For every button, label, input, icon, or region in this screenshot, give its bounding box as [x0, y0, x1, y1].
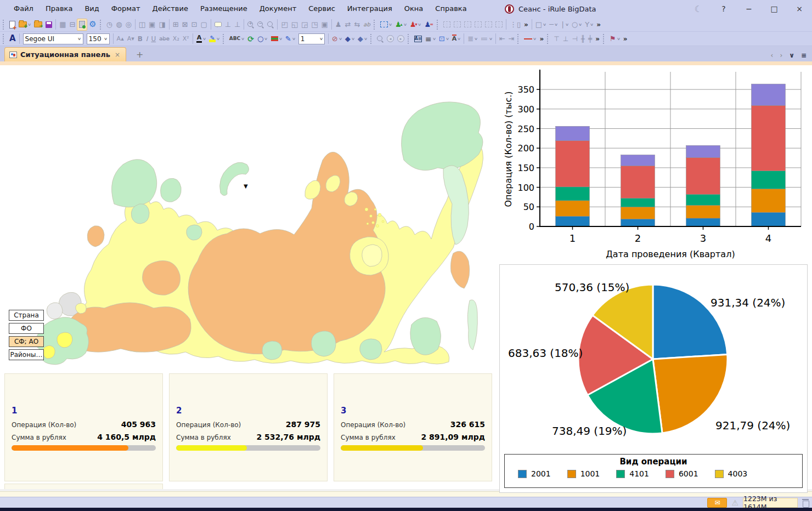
map-region[interactable] [262, 341, 282, 360]
comment-bubble-button[interactable] [213, 19, 223, 31]
indent-button[interactable]: ⇥ [507, 33, 516, 45]
hierarchy-button[interactable]: ⋮▯ [508, 19, 522, 31]
superscript-button[interactable]: X² [181, 33, 191, 45]
map-region[interactable] [43, 345, 55, 359]
menu-справка[interactable]: Справка [429, 0, 472, 18]
map-island-dot[interactable] [370, 215, 373, 218]
bar-segment-1001-q2[interactable] [621, 207, 655, 219]
zoom-text-button[interactable] [375, 33, 385, 45]
map-level-button-сф-ао[interactable]: СФ; АО [9, 336, 44, 347]
toolbar-grip[interactable] [223, 34, 225, 44]
bar-segment-6001-q2[interactable] [621, 166, 655, 198]
tab-scroll-right-icon[interactable]: › [780, 52, 782, 59]
russia-choropleth-map[interactable] [4, 65, 493, 367]
legend-item-1001[interactable]: 1001 [567, 469, 600, 478]
tab-close-icon[interactable]: × [114, 51, 121, 59]
font-size-combo[interactable]: 150∨ [87, 33, 110, 44]
map-island-dot[interactable] [382, 220, 384, 223]
fit-selection-button[interactable]: ◳ [309, 19, 319, 31]
save-button[interactable] [44, 19, 54, 31]
bar-segment-4101-q4[interactable] [752, 171, 786, 189]
map-island-dot[interactable] [366, 223, 369, 225]
maximize-button[interactable]: □ [762, 0, 787, 18]
selection-rect-button[interactable]: ∨ [379, 19, 393, 31]
map-region[interactable] [187, 225, 202, 240]
bold-button[interactable]: B [136, 33, 144, 45]
fill-background-button[interactable]: ◆∨ [356, 33, 369, 45]
map-region[interactable] [161, 178, 182, 202]
overflow-button[interactable]: » [538, 33, 546, 45]
kpi-card-2[interactable]: 2Операция (Кол-во)287 975Сумма в рублях2… [169, 373, 328, 481]
group-1-button[interactable]: ∴ [442, 19, 452, 31]
trash-icon[interactable] [802, 499, 809, 507]
map-region[interactable] [131, 204, 149, 224]
bar-segment-4003-q3[interactable] [686, 145, 720, 157]
frame-select-button[interactable]: ▢ [199, 19, 208, 31]
grid-add-button[interactable]: ⊞ [171, 19, 181, 31]
legend-item-2001[interactable]: 2001 [518, 469, 551, 478]
bar-segment-2001-q4[interactable] [752, 212, 786, 226]
warning-icon[interactable]: ⚠ [731, 498, 738, 507]
distribute-h-button[interactable]: ╫ [579, 33, 587, 45]
grid-cell-button[interactable]: ⊡ [190, 19, 199, 31]
text-block-button[interactable]: A≡ [413, 33, 424, 45]
map-region[interactable] [360, 339, 382, 360]
menu-документ[interactable]: Документ [253, 0, 303, 18]
font-decrease-button[interactable]: A▾ [126, 33, 136, 45]
menu-интеграция[interactable]: Интеграция [341, 0, 398, 18]
map-region[interactable] [87, 226, 104, 247]
toolbar-grip[interactable] [3, 34, 5, 44]
settings-gear-button[interactable]: ⚙ [87, 19, 98, 31]
insert-flag-button[interactable]: ⚑∨ [608, 33, 622, 45]
group-2-button[interactable]: ∴ [452, 19, 463, 31]
bullet-list-button[interactable]: ≣∨ [466, 33, 479, 45]
clear-format-button[interactable]: ⊘∨ [330, 33, 343, 45]
align-bottom-button[interactable]: ⊣ [570, 33, 579, 45]
tab-menu-icon[interactable]: ≡ [801, 52, 807, 59]
zoom-in-button[interactable]: + [246, 19, 256, 31]
select-dotted-button[interactable]: ⊡∨ [437, 33, 450, 45]
swap-alt-button[interactable]: ⇆ [352, 19, 362, 31]
pen-button[interactable]: ✎∨ [284, 33, 297, 45]
distribute-v-button[interactable]: ╪ [587, 33, 594, 45]
tab-scroll-left-icon[interactable]: ‹ [771, 52, 774, 59]
fit-screen-button[interactable]: ◰ [279, 19, 289, 31]
org-chart-button[interactable]: ⊥ [223, 19, 233, 31]
font-effects-button[interactable]: A∨ [450, 33, 463, 45]
shape-y-button[interactable]: Y∨ [583, 19, 595, 31]
overflow-button[interactable]: » [622, 33, 629, 45]
shape-ellipse-button[interactable]: ○∨ [256, 33, 269, 45]
bar-segment-4003-q1[interactable] [556, 126, 590, 140]
swap-horizontal-button[interactable]: ⇄ [343, 19, 353, 31]
bar-segment-4003-q4[interactable] [752, 84, 786, 105]
pen-width-combo[interactable]: 1∨ [298, 33, 325, 44]
map-island-dot[interactable] [372, 222, 375, 224]
map-island[interactable] [220, 162, 249, 195]
bar-segment-1001-q3[interactable] [686, 205, 720, 218]
bar-segment-2001-q1[interactable] [556, 216, 590, 226]
legend-item-4101[interactable]: 4101 [616, 469, 649, 478]
legend-item-4003[interactable]: 4003 [715, 469, 748, 478]
map-island-dot[interactable] [376, 225, 379, 228]
menu-правка[interactable]: Правка [40, 0, 78, 18]
map-region[interactable] [47, 303, 63, 319]
new-document-button[interactable] [8, 19, 17, 31]
align-middle-button[interactable]: ⊥ [561, 33, 570, 45]
kpi-card-1[interactable]: 1Операция (Кол-во)405 963Сумма в рублях4… [4, 373, 163, 481]
map-region[interactable] [112, 160, 157, 207]
refresh-button[interactable]: ⟳ [246, 33, 256, 45]
numbered-list-button[interactable]: ≔∨ [480, 33, 494, 45]
menu-действие[interactable]: Действие [146, 0, 194, 18]
toolbar-grip[interactable] [100, 20, 103, 30]
toolbar-grip[interactable] [3, 20, 5, 30]
align-top-button[interactable]: ⊤ [552, 33, 561, 45]
strikethrough-button[interactable]: abe [157, 33, 171, 45]
fit-vertical-button[interactable]: ◱ [290, 19, 300, 31]
font-color-button[interactable]: A∨ [195, 33, 208, 45]
nav-back-button[interactable]: ◂ [385, 33, 396, 45]
outdent-button[interactable]: ⇤ [498, 33, 507, 45]
server-settings-button[interactable] [77, 19, 87, 31]
font-style-button[interactable]: A [8, 33, 18, 45]
export-card-button[interactable]: ▦ [58, 19, 67, 31]
map-island-dot[interactable] [378, 213, 381, 217]
